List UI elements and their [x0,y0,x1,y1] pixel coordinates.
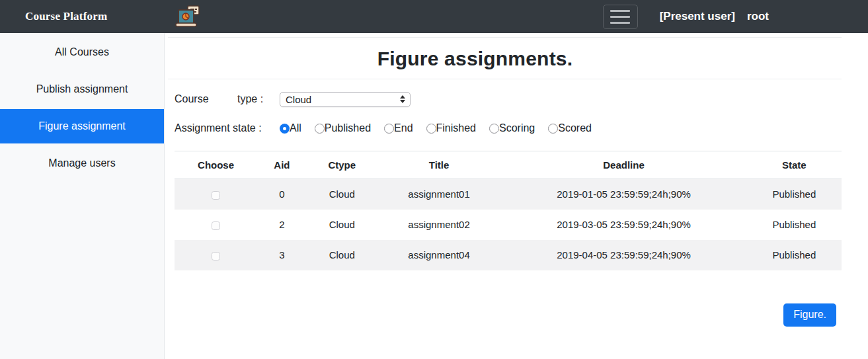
cell-deadline: 2019-01-05 23:59:59;24h;90% [500,179,746,210]
header-state: State [747,151,842,179]
laptop-with-note-icon [175,4,200,29]
assignments-table: Choose Aid Ctype Title Deadline State 0 … [175,151,842,270]
radio-unselected-icon[interactable] [548,124,558,134]
cell-ctype: Cloud [307,210,377,240]
radio-unselected-icon[interactable] [489,124,499,134]
sidebar-item-all-courses[interactable]: All Courses [0,35,164,69]
header-title: Title [377,151,501,179]
table-row: 0 Cloud assignment01 2019-01-05 23:59:59… [175,179,842,210]
sidebar-item-manage-users[interactable]: Manage users [0,146,164,180]
title-divider [168,79,842,79]
header-choose: Choose [175,151,257,179]
cell-title: assignment02 [377,210,501,240]
cell-state: Published [747,240,842,270]
radio-option-end[interactable]: End [384,122,413,134]
filter-form: Course type : Cloud Assignment state : [168,85,842,143]
cell-title: assignment01 [377,179,501,210]
sidebar-item-publish-assignment[interactable]: Publish assignment [0,72,164,106]
table-row: 2 Cloud assignment02 2019-03-05 23:59:59… [175,210,842,240]
radio-option-scored[interactable]: Scored [548,122,592,134]
cell-aid: 2 [257,210,307,240]
cell-state: Published [747,210,842,240]
user-info: [Present user] root [660,10,769,23]
radio-option-published[interactable]: Published [315,122,371,134]
radio-option-all[interactable]: All [280,122,301,134]
header-deadline: Deadline [500,151,746,179]
row-checkbox[interactable] [212,191,220,200]
footer-button-row: Figure. [168,303,842,327]
table-header-row: Choose Aid Ctype Title Deadline State [175,151,842,179]
page-title: Figure assignments. [168,48,782,70]
assignment-state-label: Assignment state : [175,122,280,134]
cell-ctype: Cloud [307,179,377,210]
header-aid: Aid [257,151,307,179]
sidebar-item-figure-assignment[interactable]: Figure assignment [0,109,164,143]
cell-ctype: Cloud [307,240,377,270]
radio-option-finished[interactable]: Finished [426,122,476,134]
radio-option-scoring[interactable]: Scoring [489,122,535,134]
username: root [747,10,769,23]
cell-title: assignment04 [377,240,501,270]
radio-unselected-icon[interactable] [426,124,436,134]
present-user-label: [Present user] [660,10,735,23]
cell-aid: 3 [257,240,307,270]
cell-state: Published [747,179,842,210]
assignment-state-row: Assignment state : All Published End Fin… [175,114,842,143]
main-content: Figure assignments. Course type : Cloud [165,33,868,327]
course-type-select[interactable]: Cloud [280,92,411,107]
top-navbar: Course Platform [Present user] root [0,0,868,33]
cell-deadline: 2019-04-05 23:59:59;24h;90% [500,240,746,270]
radio-unselected-icon[interactable] [384,124,394,134]
radio-unselected-icon[interactable] [315,124,325,134]
sidebar-nav: All Courses Publish assignment Figure as… [0,33,165,359]
radio-selected-icon[interactable] [280,124,290,134]
hamburger-menu-icon [610,10,630,12]
header-ctype: Ctype [307,151,377,179]
cell-aid: 0 [257,179,307,210]
table-row: 3 Cloud assignment04 2019-04-05 23:59:59… [175,240,842,270]
cell-deadline: 2019-03-05 23:59:59;24h;90% [500,210,746,240]
brand-title: Course Platform [25,10,107,23]
select-stepper-icon [400,95,405,103]
row-checkbox[interactable] [212,252,220,260]
row-checkbox[interactable] [212,221,220,230]
course-type-row: Course type : Cloud [175,85,842,114]
course-type-label: Course type : [175,93,280,105]
course-type-selected-value: Cloud [286,94,311,105]
hamburger-menu-button[interactable] [603,5,638,29]
figure-button[interactable]: Figure. [783,303,836,327]
